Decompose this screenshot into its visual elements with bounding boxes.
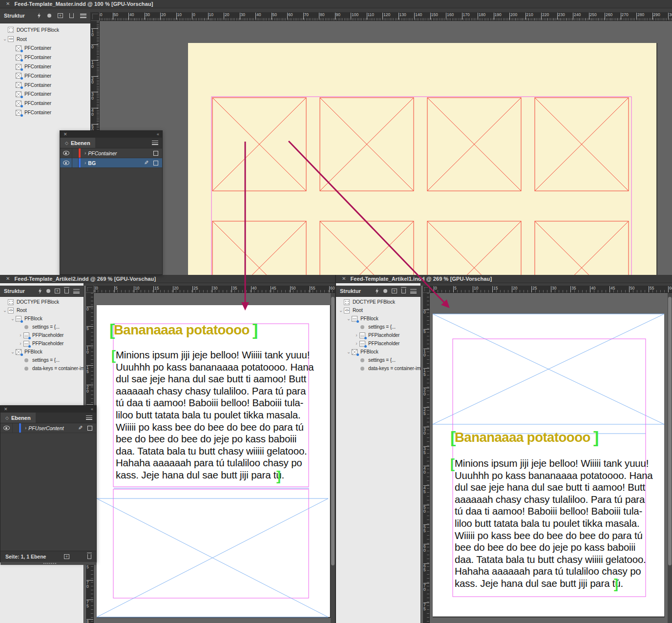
chevron-down-icon[interactable]: ⌄ — [338, 308, 344, 313]
new-layer-icon[interactable]: + — [64, 554, 69, 559]
vertical-scrollbar[interactable] — [331, 293, 335, 623]
master-canvas[interactable] — [100, 21, 672, 275]
ruler-origin-box[interactable] — [86, 286, 94, 293]
panel-menu-icon[interactable] — [80, 14, 86, 18]
artikel2-tab-title[interactable]: Feed-Template_Artikel2.indd @ 269 % [GPU… — [14, 276, 156, 282]
chevron-down-icon[interactable]: ⌄ — [10, 350, 16, 354]
vertical-scrollbar[interactable] — [668, 293, 672, 623]
chevron-down-icon[interactable]: ⌄ — [346, 316, 352, 321]
close-icon[interactable]: ✕ — [342, 276, 346, 281]
artikel2-title-bar[interactable]: ✕ Feed-Template_Artikel2.indd @ 269 % [G… — [0, 275, 335, 283]
tree-item-root[interactable]: ⌄Root — [336, 306, 420, 314]
scrollbar-thumb[interactable] — [668, 297, 672, 565]
validate-icon[interactable] — [375, 288, 379, 294]
tree-item-doctype[interactable]: DOCTYPE PFBlock — [0, 298, 84, 306]
artikel1-tab-title[interactable]: Feed-Template_Artikel1.indd @ 269 % [GPU… — [350, 276, 492, 282]
close-icon[interactable]: ✕ — [6, 1, 10, 6]
chevron-down-icon[interactable]: ⌄ — [2, 37, 8, 42]
horizontal-ruler[interactable]: 051015202530354045505560 — [430, 286, 672, 293]
tree-item-pfcontainer[interactable]: PFContainer — [0, 53, 90, 62]
visibility-toggle[interactable] — [60, 158, 72, 167]
scrollbar-thumb[interactable] — [331, 297, 335, 565]
tree-item-pfplaceholder[interactable]: ›PFPlaceholder — [336, 331, 420, 339]
add-element-icon[interactable]: + — [392, 289, 397, 293]
validate-icon[interactable] — [38, 288, 42, 294]
artikel1-title-bar[interactable]: ✕ Feed-Template_Artikel1.indd @ 269 % [G… — [336, 275, 672, 283]
tab-ebenen[interactable]: ◇ Ebenen — [0, 413, 36, 423]
close-icon[interactable]: ✕ — [63, 132, 67, 137]
tree-item-root[interactable]: ⌄Root — [0, 35, 90, 44]
collapse-icon[interactable]: « — [91, 407, 93, 412]
panel-menu-icon[interactable] — [152, 141, 158, 145]
tree-item-doctype[interactable]: DOCTYPE PFBlock — [0, 25, 90, 35]
article-headline[interactable]: Bananaaaa potatoooo — [114, 322, 250, 338]
article-headline[interactable]: Bananaaaa potatoooo — [455, 430, 590, 445]
selection-square-icon[interactable] — [153, 151, 158, 156]
visibility-toggle[interactable] — [60, 148, 72, 158]
layer-name[interactable]: BG — [88, 160, 96, 166]
panel-menu-icon[interactable] — [86, 415, 92, 420]
panel-resize-grip[interactable] — [0, 562, 96, 565]
delete-layer-icon[interactable] — [87, 554, 91, 559]
chevron-down-icon[interactable]: ⌄ — [10, 316, 16, 321]
tree-item-pfcontainer[interactable]: PFContainer — [0, 44, 90, 53]
lock-column[interactable] — [72, 158, 79, 167]
tree-item-pfcontainer[interactable]: PFContainer — [0, 90, 90, 99]
tree-item-pfcontainer[interactable]: PFContainer — [0, 108, 90, 117]
close-icon[interactable]: ✕ — [6, 276, 10, 281]
add-element-icon[interactable]: + — [58, 13, 63, 18]
tree-item-settings[interactable]: settings = {... — [0, 323, 84, 331]
layer-row-pfcontainer[interactable]: ›PFContainer — [60, 148, 162, 158]
chevron-right-icon[interactable]: › — [84, 160, 86, 166]
chevron-right-icon[interactable]: › — [354, 333, 359, 338]
visibility-toggle[interactable] — [0, 423, 13, 433]
tree-item-doctype[interactable]: DOCTYPE PFBlock — [336, 298, 420, 306]
record-icon[interactable] — [47, 14, 51, 18]
tab-ebenen[interactable]: ◇ Ebenen — [60, 138, 95, 148]
layer-name[interactable]: PFContainer — [88, 150, 117, 156]
chevron-down-icon[interactable]: ⌄ — [346, 350, 352, 354]
layer-row-pfusercontent[interactable]: ›PFUserContent✎ — [0, 423, 96, 433]
selection-square-icon[interactable] — [87, 426, 92, 431]
add-element-icon[interactable]: + — [55, 289, 60, 293]
master-title-bar[interactable]: ✕ Feed-Template_Master.indd @ 100 % [GPU… — [0, 0, 672, 8]
horizontal-ruler[interactable]: 6050403020100102030405060708090100110120… — [100, 12, 672, 21]
tree-item-settings[interactable]: settings = {... — [0, 356, 84, 364]
horizontal-ruler[interactable]: 051015202530354045505560 — [94, 286, 336, 293]
tree-item-pfblock[interactable]: ⌄PFBlock — [336, 348, 420, 356]
tree-item-pfplaceholder[interactable]: ›PFPlaceholder — [0, 339, 84, 348]
chevron-right-icon[interactable]: › — [18, 341, 23, 346]
chevron-right-icon[interactable]: › — [84, 150, 86, 156]
tree-item-pfblock[interactable]: ⌄PFBlock — [0, 348, 84, 356]
vertical-ruler[interactable]: 051015202530354045505560657075 — [423, 293, 430, 623]
chevron-right-icon[interactable]: › — [18, 333, 23, 338]
validate-icon[interactable] — [37, 13, 41, 19]
panel-menu-icon[interactable] — [73, 289, 80, 293]
lock-column[interactable] — [72, 148, 79, 158]
layer-row-bg[interactable]: ›BG✎ — [60, 158, 162, 168]
master-page[interactable] — [188, 43, 657, 275]
chevron-down-icon[interactable]: ⌄ — [2, 308, 8, 313]
tree-item-pfcontainer[interactable]: PFContainer — [0, 62, 90, 71]
article-body-text[interactable]: Minions ipsum jiji jeje belloo! Wiiiii t… — [455, 457, 653, 590]
tree-item-data-keys[interactable]: data-keys = container-image — [336, 364, 420, 373]
tree-item-pfblock[interactable]: ⌄PFBlock — [0, 314, 84, 323]
trash-icon[interactable] — [69, 13, 74, 18]
selection-square-icon[interactable] — [153, 161, 158, 166]
record-icon[interactable] — [383, 289, 387, 293]
chevron-right-icon[interactable]: › — [25, 425, 26, 431]
tree-item-data-keys[interactable]: data-keys = container-image — [0, 364, 84, 373]
tree-item-pfplaceholder[interactable]: ›PFPlaceholder — [336, 339, 420, 348]
panel-menu-icon[interactable] — [410, 289, 417, 293]
tree-item-pfcontainer[interactable]: PFContainer — [0, 81, 90, 90]
ruler-origin-box[interactable] — [423, 286, 430, 293]
tree-item-settings[interactable]: settings = {... — [336, 323, 420, 331]
chevron-right-icon[interactable]: › — [354, 341, 359, 346]
tree-item-pfplaceholder[interactable]: ›PFPlaceholder — [0, 331, 84, 339]
master-tab-title[interactable]: Feed-Template_Master.indd @ 100 % [GPU-V… — [14, 1, 153, 7]
trash-icon[interactable] — [401, 289, 406, 293]
close-icon[interactable]: ✕ — [4, 407, 8, 412]
collapse-icon[interactable]: « — [157, 132, 159, 137]
tree-item-root[interactable]: ⌄Root — [0, 306, 84, 314]
article-body-text[interactable]: Minions ipsum jiji jeje belloo! Wiiiii t… — [116, 349, 314, 481]
